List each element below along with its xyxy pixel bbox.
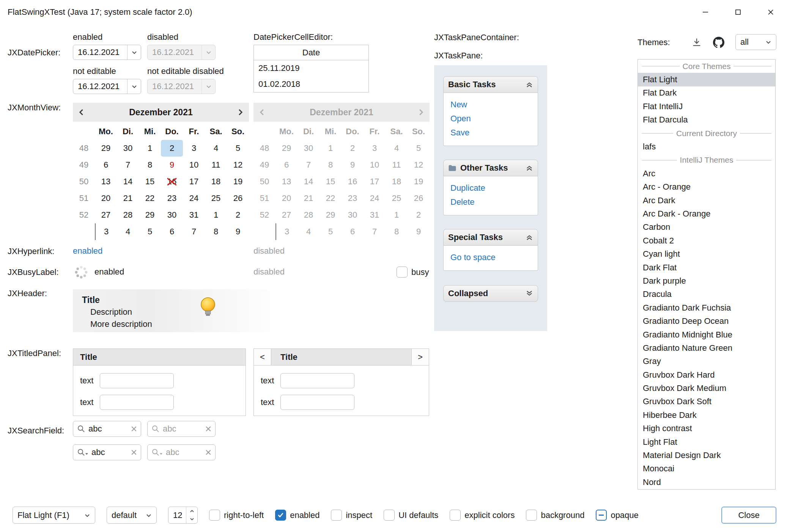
collapse-icon[interactable] xyxy=(526,234,533,241)
taskpane-header[interactable]: Basic Tasks xyxy=(443,76,538,93)
datepicker-not-editable[interactable]: 16.12.2021 xyxy=(73,79,141,94)
datepicker-enabled[interactable]: 16.12.2021 xyxy=(73,45,141,60)
theme-list-item[interactable]: Arc - Orange xyxy=(638,180,775,194)
theme-list-item[interactable]: Arc Dark xyxy=(638,194,775,207)
text-input[interactable] xyxy=(280,373,354,388)
theme-list-item[interactable]: Flat Darcula xyxy=(638,113,775,127)
previous-month-button[interactable] xyxy=(77,108,86,116)
search-dropdown-icon[interactable] xyxy=(77,448,88,457)
calendar-day[interactable]: 9 xyxy=(161,157,183,173)
calendar-day[interactable]: 19 xyxy=(227,173,249,190)
calendar-day[interactable]: 11 xyxy=(205,157,227,173)
theme-list-item[interactable]: Gradianto Dark Fuchsia xyxy=(638,301,775,314)
theme-list-item[interactable]: Gray xyxy=(638,355,775,368)
checkbox-enabled[interactable]: enabled xyxy=(275,510,320,521)
calendar-day[interactable]: 25 xyxy=(205,190,227,207)
calendar-day[interactable]: 7 xyxy=(183,223,205,240)
theme-list-item[interactable]: High contrast xyxy=(638,422,775,435)
calendar-day[interactable]: 18 xyxy=(205,173,227,190)
theme-list-item[interactable]: Hiberbee Dark xyxy=(638,408,775,422)
calendar-day[interactable]: 2 xyxy=(161,140,183,157)
theme-list-item[interactable]: Nord xyxy=(638,476,775,489)
clear-icon[interactable] xyxy=(131,449,137,455)
expand-icon[interactable] xyxy=(526,290,533,297)
hyperlink-enabled[interactable]: enabled xyxy=(73,246,102,256)
calendar-day[interactable]: 30 xyxy=(161,207,183,223)
search-dropdown-icon[interactable] xyxy=(151,448,163,457)
spinner-up-button[interactable] xyxy=(186,507,197,515)
taskpane-action-link[interactable]: New xyxy=(444,97,538,111)
theme-list-item[interactable]: Dark purple xyxy=(638,274,775,287)
theme-list-item[interactable]: Light Flat xyxy=(638,435,775,449)
calendar-day[interactable]: 7 xyxy=(117,157,139,173)
theme-list-item[interactable]: Gradianto Deep Ocean xyxy=(638,314,775,328)
calendar-day[interactable]: 6 xyxy=(161,223,183,240)
theme-list-item[interactable]: Arc Dark - Orange xyxy=(638,207,775,220)
calendar-day[interactable]: 3 xyxy=(95,223,117,240)
theme-list-item[interactable]: Cyan light xyxy=(638,247,775,261)
theme-list-item[interactable]: Material Design Dark xyxy=(638,449,775,462)
theme-list-item[interactable]: Dracula xyxy=(638,288,775,301)
download-themes-button[interactable] xyxy=(690,36,704,49)
checkbox-ui-defaults[interactable]: UI defaults xyxy=(384,510,438,521)
theme-list-item[interactable]: Gruvbox Dark Hard xyxy=(638,368,775,381)
theme-list-item[interactable]: lafs xyxy=(638,140,775,153)
theme-list-item[interactable]: Monocai xyxy=(638,462,775,476)
theme-list-item[interactable]: Flat IntelliJ xyxy=(638,100,775,113)
theme-list-item[interactable]: Flat Light xyxy=(638,73,775,86)
taskpane-header[interactable]: Special Tasks xyxy=(443,229,538,246)
close-dialog-button[interactable]: Close xyxy=(721,507,776,524)
calendar-day[interactable]: 10 xyxy=(183,157,205,173)
checkbox-right-to-left[interactable]: right-to-left xyxy=(209,510,264,521)
calendar-day[interactable]: 1 xyxy=(205,207,227,223)
searchfield-4[interactable]: abc xyxy=(147,444,216,460)
font-size-spinner[interactable]: 12 xyxy=(168,507,198,524)
calendar-day[interactable]: 27 xyxy=(95,207,117,223)
maximize-button[interactable] xyxy=(722,0,754,24)
spinner-down-button[interactable] xyxy=(186,515,197,524)
text-input[interactable] xyxy=(100,373,174,388)
theme-list-item[interactable]: Gradianto Nature Green xyxy=(638,341,775,355)
clear-icon[interactable] xyxy=(131,426,137,432)
clear-icon[interactable] xyxy=(205,426,211,432)
calendar-day[interactable]: 21 xyxy=(117,190,139,207)
calendar-day[interactable]: 1 xyxy=(139,140,161,157)
calendar-day[interactable]: 5 xyxy=(139,223,161,240)
theme-list-item[interactable]: Gradianto Midnight Blue xyxy=(638,328,775,341)
checkbox-explicit-colors[interactable]: explicit colors xyxy=(450,510,515,521)
taskpane-action-link[interactable]: Open xyxy=(444,111,538,126)
minimize-button[interactable] xyxy=(689,0,722,24)
calendar-day[interactable]: 5 xyxy=(227,140,249,157)
theme-list-item[interactable]: Gruvbox Dark Medium xyxy=(638,381,775,395)
theme-list-item[interactable]: Arc xyxy=(638,167,775,180)
taskpane-action-link[interactable]: Duplicate xyxy=(444,181,538,195)
taskpane-header[interactable]: Collapsed xyxy=(443,285,538,302)
calendar-day[interactable]: 15 xyxy=(139,173,161,190)
text-input[interactable] xyxy=(280,395,354,410)
themes-filter-combobox[interactable]: all xyxy=(735,34,776,50)
github-button[interactable] xyxy=(712,36,726,49)
taskpane-header[interactable]: Other Tasks xyxy=(443,160,538,176)
busy-checkbox[interactable]: busy xyxy=(397,267,429,278)
table-row[interactable]: 25.11.2019 xyxy=(254,60,368,76)
table-row[interactable]: 01.02.2018 xyxy=(254,76,368,92)
taskpane-action-link[interactable]: Save xyxy=(444,126,538,140)
calendar-day[interactable]: 4 xyxy=(205,140,227,157)
calendar-day[interactable]: 24 xyxy=(183,190,205,207)
titledpanel-left-button[interactable]: < xyxy=(254,349,271,365)
calendar-day[interactable]: 29 xyxy=(139,207,161,223)
calendar-day[interactable]: 13 xyxy=(95,173,117,190)
calendar-day[interactable]: 22 xyxy=(139,190,161,207)
searchfield-2[interactable]: abc xyxy=(147,421,216,437)
theme-list-item[interactable]: Gruvbox Dark Soft xyxy=(638,395,775,408)
calendar-day[interactable]: 16 xyxy=(161,173,183,190)
datepicker-arrow-button[interactable] xyxy=(127,79,141,94)
calendar-day[interactable]: 2 xyxy=(227,207,249,223)
calendar-day[interactable]: 30 xyxy=(117,140,139,157)
titledpanel-right-button[interactable]: > xyxy=(411,349,429,365)
calendar-day[interactable]: 4 xyxy=(117,223,139,240)
calendar-day[interactable]: 26 xyxy=(227,190,249,207)
calendar-day[interactable]: 8 xyxy=(139,157,161,173)
laf-combobox[interactable]: Flat Light (F1) xyxy=(13,507,95,524)
calendar-day[interactable]: 23 xyxy=(161,190,183,207)
